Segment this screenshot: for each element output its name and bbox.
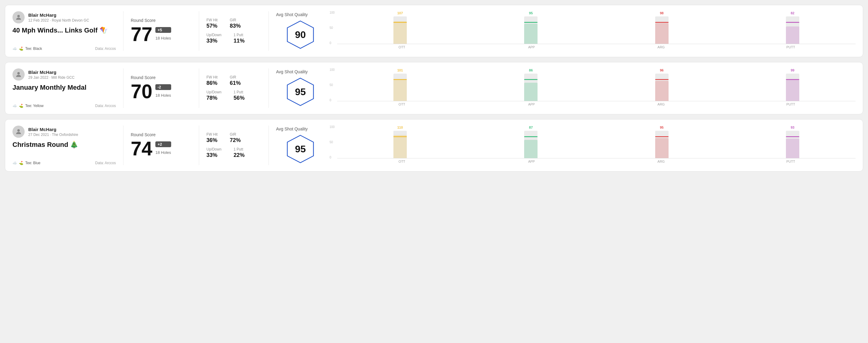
stat-oneputt: 1 Putt 11% [234, 33, 244, 44]
bar-fill [394, 135, 407, 158]
bar-line [655, 79, 669, 80]
card-chart: 100 50 0 107 95 [325, 11, 856, 51]
axis-label: PUTT [726, 160, 856, 163]
tee-label: Tee: Yellow [25, 104, 43, 108]
chart-wrapper: 100 50 0 110 87 [330, 126, 856, 165]
score-badge: +5 [155, 27, 171, 33]
oneputt-value: 11% [234, 38, 244, 44]
avatar [12, 126, 25, 138]
round-card: Blair McHarg 27 Dec 2021 · The Oxfordshi… [5, 119, 863, 172]
bar-value: 86 [529, 68, 533, 72]
card-score: Round Score 74 +2 18 Holes [131, 126, 191, 165]
bar-value: 93 [791, 126, 795, 129]
card-footer: ☁️ ⛳ Tee: Yellow Data: Arccos [12, 104, 116, 108]
card-stats: FW Hit 57% GIR 83% Up/Down 33% 1 Putt [207, 11, 261, 51]
card-footer: ☁️ ⛳ Tee: Blue Data: Arccos [12, 161, 116, 165]
axis-label: PUTT [726, 45, 856, 49]
y-label-100: 100 [330, 126, 335, 129]
stat-fw-hit: FW Hit 36% [207, 132, 218, 144]
bar-group-ott: 110 [337, 126, 463, 158]
bar-group-ott: 101 [337, 68, 463, 101]
stats-row-2: Up/Down 33% 1 Putt 11% [207, 33, 261, 44]
user-icon [15, 14, 22, 21]
gir-label: GIR [230, 18, 241, 22]
bar-line [524, 22, 537, 23]
bar-bg [786, 73, 799, 101]
user-details: Blair McHarg 12 Feb 2022 · Royal North D… [28, 12, 89, 23]
bar-fill [786, 27, 799, 44]
score-badge: -2 [155, 84, 171, 90]
stat-gir: GIR 72% [230, 132, 241, 144]
user-date: 29 Jan 2022 · Mill Ride GCC [28, 75, 74, 80]
stats-row-1: FW Hit 36% GIR 72% [207, 132, 261, 144]
quality-label: Avg Shot Quality [276, 69, 308, 74]
bar-fill [655, 81, 669, 101]
bar-bg [524, 131, 537, 158]
card-left: Blair McHarg 12 Feb 2022 · Royal North D… [12, 11, 116, 51]
avatar [12, 68, 25, 81]
chart-y-axis: 100 50 0 [330, 68, 336, 102]
updown-value: 78% [207, 95, 221, 101]
bar-group-ott: 107 [337, 11, 463, 44]
axis-label: ARG [596, 45, 726, 49]
user-details: Blair McHarg 29 Jan 2022 · Mill Ride GCC [28, 70, 74, 80]
bar-line [655, 136, 669, 137]
divider [269, 126, 269, 165]
score-number: 77 [131, 25, 152, 44]
quality-label: Avg Shot Quality [276, 12, 308, 17]
bar-group-app: 87 [468, 126, 594, 158]
bar-bg [394, 73, 407, 101]
card-stats: FW Hit 86% GIR 61% Up/Down 78% 1 Putt [207, 68, 261, 108]
bars-container: 107 95 98 [337, 11, 856, 44]
card-score: Round Score 70 -2 18 Holes [131, 68, 191, 108]
stat-fw-hit: FW Hit 57% [207, 18, 218, 29]
oneputt-label: 1 Putt [234, 33, 244, 37]
bar-group-putt: 93 [730, 126, 856, 158]
chart-y-axis: 100 50 0 [330, 11, 336, 45]
bar-value: 99 [791, 68, 795, 72]
axis-label: APP [467, 45, 596, 49]
bar-bg [394, 17, 407, 44]
score-holes: 18 Holes [155, 36, 171, 40]
bar-line [786, 136, 799, 137]
bar-group-arg: 98 [599, 11, 724, 44]
bar-fill [394, 80, 407, 101]
tee-info: ☁️ ⛳ Tee: Black [12, 46, 42, 51]
hexagon-container: 95 [285, 76, 316, 107]
stat-fw-hit: FW Hit 86% [207, 75, 218, 86]
chart-wrapper: 100 50 0 107 95 [330, 11, 856, 51]
bar-value: 87 [529, 126, 533, 129]
divider [123, 11, 123, 51]
bar-group-putt: 82 [730, 11, 856, 44]
axis-label: OTT [337, 45, 467, 49]
user-date: 27 Dec 2021 · The Oxfordshire [28, 132, 78, 137]
data-source: Data: Arccos [95, 46, 116, 51]
score-number: 70 [131, 82, 152, 101]
fw-hit-label: FW Hit [207, 75, 218, 80]
oneputt-value: 56% [234, 95, 244, 101]
quality-label: Avg Shot Quality [276, 126, 308, 131]
bag-icon: ⛳ [19, 161, 23, 165]
card-left: Blair McHarg 29 Jan 2022 · Mill Ride GCC… [12, 68, 116, 108]
card-quality: Avg Shot Quality 90 [276, 11, 325, 51]
divider [269, 11, 269, 51]
score-number: 74 [131, 139, 152, 158]
score-holes: 18 Holes [155, 150, 171, 155]
y-label-100: 100 [330, 11, 335, 14]
chart-axis-labels: OTTAPPARGPUTT [337, 160, 856, 163]
svg-point-4 [17, 129, 20, 132]
avatar [12, 11, 25, 23]
updown-label: Up/Down [207, 33, 221, 37]
y-label-50: 50 [330, 27, 335, 30]
bar-bg [655, 131, 669, 158]
round-title: Christmas Round 🎄 [12, 141, 116, 149]
user-name: Blair McHarg [28, 12, 89, 18]
score-label: Round Score [131, 18, 191, 23]
bar-value: 110 [397, 126, 403, 129]
user-name: Blair McHarg [28, 70, 74, 75]
user-details: Blair McHarg 27 Dec 2021 · The Oxfordshi… [28, 127, 78, 137]
cloud-icon: ☁️ [12, 104, 17, 108]
tee-info: ☁️ ⛳ Tee: Yellow [12, 104, 43, 108]
fw-hit-value: 57% [207, 23, 218, 29]
user-icon [15, 128, 22, 135]
